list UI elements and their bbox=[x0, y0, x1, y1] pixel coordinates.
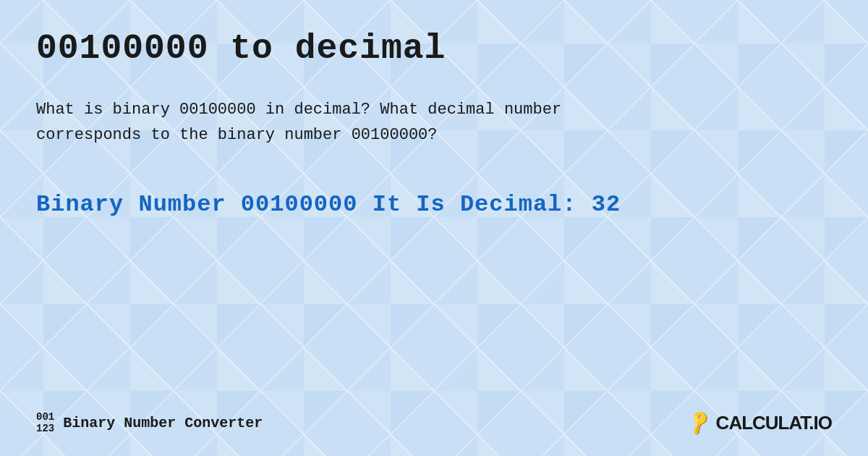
footer: 001 123 Binary Number Converter 🔑 CALCUL… bbox=[36, 397, 832, 434]
footer-site-title: Binary Number Converter bbox=[63, 415, 263, 431]
result-section: Binary Number 00100000 It Is Decimal: 32 bbox=[36, 191, 832, 218]
description-line2: corresponds to the binary number 0010000… bbox=[36, 126, 438, 144]
result-text: Binary Number 00100000 It Is Decimal: 32 bbox=[36, 191, 832, 218]
key-icon: 🔑 bbox=[684, 408, 713, 437]
page-title: 00100000 to decimal bbox=[36, 29, 832, 68]
logo-bottom-number: 123 bbox=[36, 423, 54, 434]
description-line1: What is binary 00100000 in decimal? What… bbox=[36, 101, 561, 119]
calculat-brand: CALCULAT.IO bbox=[716, 412, 832, 434]
description-text: What is binary 00100000 in decimal? What… bbox=[36, 97, 832, 148]
footer-left: 001 123 Binary Number Converter bbox=[36, 412, 263, 434]
footer-logo-numbers: 001 123 bbox=[36, 412, 54, 434]
footer-right: 🔑 CALCULAT.IO bbox=[689, 412, 832, 434]
logo-top-number: 001 bbox=[36, 412, 54, 423]
